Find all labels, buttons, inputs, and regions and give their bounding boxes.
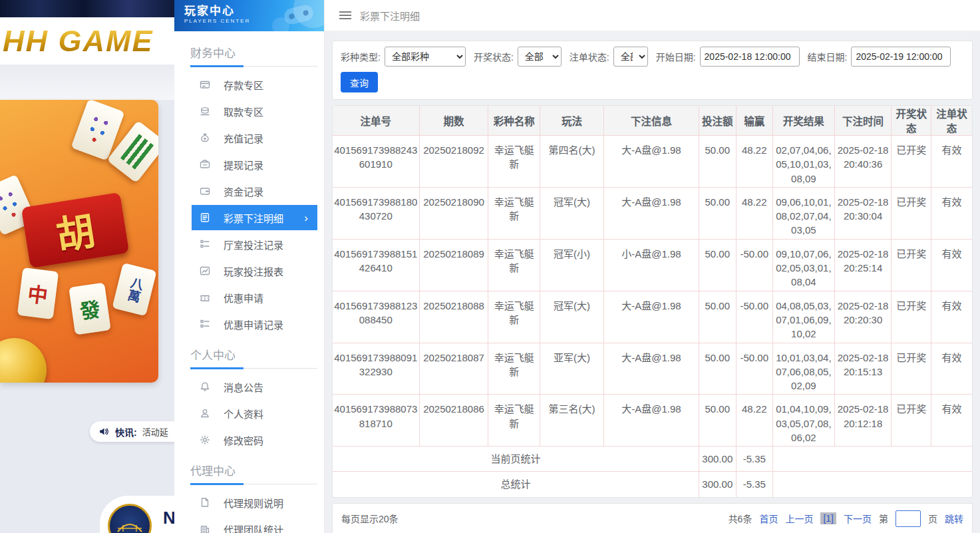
cell-win-loss: 48.22 [736, 187, 772, 239]
sidebar-item-label: 资金记录 [224, 184, 263, 198]
end-date-label: 结束日期: [808, 50, 848, 63]
sidebar-item-hall-record[interactable]: 厅室投注记录 [192, 231, 317, 258]
table-row: 40156917398815142641020250218089幸运飞艇新冠军(… [333, 239, 972, 291]
table-row: 40156917398818043072020250218090幸运飞艇新冠军(… [333, 187, 972, 239]
draw-status-select[interactable]: 全部 [518, 47, 562, 67]
sidebar-item-label: 厅室投注记录 [224, 238, 283, 252]
cell-lottery: 幸运飞艇新 [488, 187, 540, 239]
team-icon [200, 524, 210, 533]
cell-result: 01,04,10,09,03,05,07,08,06,02 [772, 395, 834, 446]
sidebar-item-gear[interactable]: 修改密码 [192, 427, 317, 453]
sidebar-item-bet-detail[interactable]: 彩票下注明细› [192, 205, 317, 230]
cell-draw-status: 已开奖 [892, 187, 931, 239]
summary-win-loss: -5.35 [736, 472, 772, 497]
site-top-navy-bar [0, 0, 174, 17]
table-row: 40156917398824360191020250218092幸运飞艇新第四名… [333, 136, 972, 188]
cell-period: 20250218092 [419, 136, 488, 188]
sidebar-item-team[interactable]: 代理团队统计 [192, 516, 317, 533]
sidebar-item-withdraw[interactable]: 取款专区 [192, 98, 317, 124]
sidebar-header: 玩家中心 PLAYERS CENTER [174, 0, 324, 31]
page-size-text: 每页显示20条 [341, 512, 399, 525]
sidebar-item-promo-record[interactable]: 优惠申请记录 [192, 311, 317, 337]
cell-lottery: 幸运飞艇新 [488, 395, 540, 446]
sidebar-item-bell[interactable]: 消息公告 [192, 373, 317, 400]
column-header: 输赢 [736, 106, 772, 136]
cell-win-loss: -50.00 [736, 291, 772, 343]
players-center-subtitle: PLAYERS CENTER [184, 18, 324, 24]
promo-record-icon [200, 319, 210, 329]
summary-row: 当前页统计300.00-5.35 [333, 446, 972, 472]
promo-icon [200, 292, 210, 303]
cell-bet-no: 401569173988151426410 [333, 239, 419, 291]
cell-win-loss: 48.22 [736, 395, 772, 446]
cell-bet-time: 2025-02-18 20:30:04 [834, 187, 892, 239]
menu-toggle-icon[interactable] [339, 11, 351, 19]
cell-bet-time: 2025-02-18 20:20:30 [834, 291, 892, 343]
column-header: 下注信息 [603, 106, 699, 136]
jump-button[interactable]: 跳转 [945, 512, 963, 525]
table-row: 40156917398809132293020250218087幸运飞艇新亚军(… [333, 343, 972, 395]
cell-bet-time: 2025-02-18 20:40:36 [834, 136, 892, 188]
query-button[interactable]: 查询 [341, 72, 378, 92]
sidebar-item-label: 彩票下注明细 [224, 211, 283, 225]
cell-period: 20250218089 [419, 239, 488, 291]
order-status-select[interactable]: 全部 [613, 47, 648, 67]
mahjong-tile-bawan: 八萬 [112, 263, 156, 317]
sidebar-item-label: 代理团队统计 [224, 522, 283, 533]
sidebar-item-label: 提现记录 [224, 158, 263, 172]
jump-suffix: 页 [928, 512, 937, 525]
end-date-input[interactable] [851, 47, 951, 67]
ticker-text: 活动延 [142, 425, 168, 438]
cell-order-status: 有效 [931, 136, 972, 188]
lottery-type-select[interactable]: 全部彩种 [385, 47, 466, 67]
cell-order-status: 有效 [931, 239, 972, 291]
cell-draw-status: 已开奖 [892, 343, 931, 395]
mahjong-tile-zhong: 中 [17, 267, 59, 319]
cell-amount: 50.00 [699, 136, 736, 188]
prev-page-link[interactable]: 上一页 [785, 512, 813, 525]
cell-result: 09,06,10,01,08,02,07,04,03,05 [772, 187, 834, 239]
cell-play: 第四名(大) [540, 136, 604, 188]
cell-win-loss: -50.00 [736, 343, 772, 395]
summary-amount: 300.00 [699, 472, 736, 497]
sidebar-item-withdraw-record[interactable]: 提现记录 [192, 151, 317, 178]
cell-bet-no: 401569173988180430720 [333, 187, 419, 239]
cell-period: 20250218090 [419, 187, 488, 239]
next-page-link[interactable]: 下一页 [844, 512, 872, 525]
section-title: 财务中心 [174, 35, 324, 65]
start-date-input[interactable] [700, 47, 800, 67]
sidebar-item-user[interactable]: 个人资料 [192, 400, 317, 427]
page-title: 彩票下注明细 [360, 9, 420, 23]
sidebar: 玩家中心 PLAYERS CENTER 财务中心存款专区取款专区充值记录提现记录… [174, 0, 325, 533]
sidebar-item-deposit[interactable]: 存款专区 [192, 71, 317, 98]
speaker-icon [98, 426, 110, 437]
report-icon [200, 266, 210, 276]
cell-order-status: 有效 [931, 395, 972, 446]
sidebar-item-promo[interactable]: 优惠申请 [192, 284, 317, 311]
cell-draw-status: 已开奖 [892, 395, 931, 446]
bet-detail-icon [200, 212, 210, 223]
mahjong-tile-fa: 發 [69, 283, 110, 335]
sidebar-item-recharge[interactable]: 充值记录 [192, 124, 317, 151]
sidebar-item-file[interactable]: 代理规则说明 [192, 489, 317, 516]
total-count-text: 共6条 [729, 512, 752, 525]
column-header: 开奖结果 [772, 106, 834, 136]
chevron-right-icon: › [304, 212, 317, 224]
summary-empty [772, 446, 972, 472]
column-header: 彩种名称 [488, 106, 540, 136]
first-page-link[interactable]: 首页 [759, 512, 778, 525]
file-icon [200, 497, 210, 508]
withdraw-record-icon [200, 159, 210, 170]
cell-play: 冠军(大) [540, 187, 604, 239]
page-number-input[interactable] [896, 510, 921, 527]
recharge-icon [200, 132, 210, 143]
sidebar-item-funds[interactable]: 资金记录 [192, 178, 317, 204]
cell-result: 10,01,03,04,07,06,08,05,02,09 [772, 343, 834, 395]
cell-win-loss: 48.22 [736, 136, 772, 188]
screen: HH GAME 胡 中 發 八萬 快讯: 活动延 N [0, 0, 980, 533]
column-header: 期数 [419, 106, 488, 136]
cell-play: 冠军(小) [540, 239, 604, 291]
funds-icon [200, 186, 210, 196]
sidebar-item-report[interactable]: 玩家投注报表 [192, 258, 317, 284]
cell-amount: 50.00 [699, 239, 736, 291]
